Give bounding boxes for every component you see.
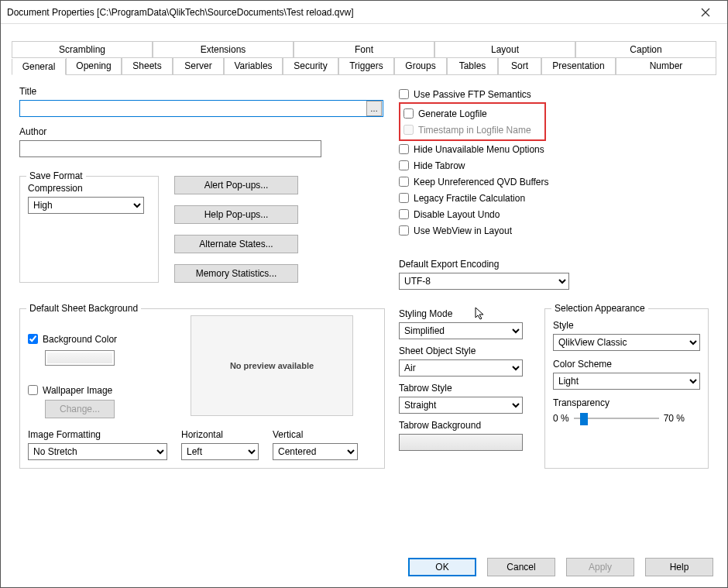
transparency-slider[interactable] xyxy=(574,411,659,425)
tab-font[interactable]: Font xyxy=(294,41,434,57)
tabrow-style-label: Tabrow Style xyxy=(399,383,531,394)
author-label: Author xyxy=(19,126,383,137)
tab-row-lower: General Opening Sheets Server Variables … xyxy=(12,58,716,75)
tab-extensions[interactable]: Extensions xyxy=(153,41,294,57)
tab-triggers[interactable]: Triggers xyxy=(338,58,394,74)
tab-number[interactable]: Number xyxy=(616,58,716,74)
tab-opening[interactable]: Opening xyxy=(66,58,122,74)
tab-server[interactable]: Server xyxy=(173,58,224,74)
check-bg-color[interactable]: Background Color xyxy=(28,331,175,347)
check-generate-logfile[interactable]: Generate Logfile xyxy=(403,105,541,122)
alternate-states-button[interactable]: Alternate States... xyxy=(174,235,298,253)
dialog-window: Document Properties [C:\ProgramData\Qlik… xyxy=(0,0,728,588)
tabrow-bg-label: Tabrow Background xyxy=(399,420,531,431)
highlight-logfile-group: Generate Logfile Timestamp in Logfile Na… xyxy=(399,102,546,141)
tab-sheets[interactable]: Sheets xyxy=(122,58,173,74)
save-format-group-label: Save Format xyxy=(26,170,86,181)
tab-variables[interactable]: Variables xyxy=(224,58,283,74)
tab-security[interactable]: Security xyxy=(283,58,338,74)
styling-mode-label: Styling Mode xyxy=(399,308,531,319)
transparency-label: Transparency xyxy=(553,397,700,408)
check-webview[interactable]: Use WebView in Layout xyxy=(399,222,709,239)
image-formatting-select[interactable]: No Stretch xyxy=(28,443,167,460)
check-hide-tabrow[interactable]: Hide Tabrow xyxy=(399,157,709,174)
title-expression-button[interactable]: … xyxy=(366,101,382,116)
sheet-object-style-select[interactable]: Air xyxy=(399,359,523,377)
alert-popups-button[interactable]: Alert Pop-ups... xyxy=(174,176,298,194)
check-disable-undo[interactable]: Disable Layout Undo xyxy=(399,206,709,222)
title-label: Title xyxy=(19,86,383,97)
tabrow-style-select[interactable]: Straight xyxy=(399,397,523,414)
horizontal-select[interactable]: Left xyxy=(181,443,259,460)
image-formatting-label: Image Formatting xyxy=(28,429,167,440)
check-hide-menu[interactable]: Hide Unavailable Menu Options xyxy=(399,141,709,157)
style-select[interactable]: QlikView Classic xyxy=(553,334,700,351)
title-input-wrapper: … xyxy=(19,100,383,117)
tab-row-upper: Scrambling Extensions Font Layout Captio… xyxy=(12,41,716,58)
check-timestamp-logfile: Timestamp in Logfile Name xyxy=(403,122,541,138)
tabrow-bg-swatch[interactable] xyxy=(399,434,523,451)
apply-button: Apply xyxy=(566,558,634,576)
window-title: Document Properties [C:\ProgramData\Qlik… xyxy=(7,7,690,18)
color-scheme-label: Color Scheme xyxy=(553,359,700,370)
compression-label: Compression xyxy=(28,183,150,194)
tab-tables[interactable]: Tables xyxy=(447,58,498,74)
check-wallpaper[interactable]: Wallpaper Image xyxy=(28,382,175,398)
change-wallpaper-button: Change... xyxy=(45,400,115,418)
close-button[interactable] xyxy=(690,2,721,23)
bg-preview: No preview available xyxy=(191,315,353,416)
check-legacy-fractile[interactable]: Legacy Fractile Calculation xyxy=(399,190,709,206)
close-icon xyxy=(701,8,710,17)
vertical-select[interactable]: Centered xyxy=(273,443,358,460)
help-popups-button[interactable]: Help Pop-ups... xyxy=(174,205,298,224)
title-input[interactable] xyxy=(20,101,366,116)
transparency-min: 0 % xyxy=(553,413,569,424)
dialog-footer: OK Cancel Apply Help xyxy=(408,558,713,576)
horizontal-label: Horizontal xyxy=(181,429,259,440)
tab-caption[interactable]: Caption xyxy=(575,41,716,57)
styling-mode-select[interactable]: Simplified xyxy=(399,322,523,339)
export-encoding-select[interactable]: UTF-8 xyxy=(399,273,569,290)
tab-groups[interactable]: Groups xyxy=(394,58,447,74)
titlebar: Document Properties [C:\ProgramData\Qlik… xyxy=(1,1,727,24)
tab-sort[interactable]: Sort xyxy=(498,58,541,74)
sheet-bg-group-label: Default Sheet Background xyxy=(26,303,141,314)
compression-select[interactable]: High xyxy=(28,197,144,214)
vertical-label: Vertical xyxy=(273,429,358,440)
tab-presentation[interactable]: Presentation xyxy=(541,58,616,74)
memory-statistics-button[interactable]: Memory Statistics... xyxy=(174,264,298,283)
help-button[interactable]: Help xyxy=(645,558,713,576)
bg-color-swatch[interactable] xyxy=(45,350,115,366)
author-input[interactable] xyxy=(19,140,321,157)
tab-general[interactable]: General xyxy=(12,59,66,75)
color-scheme-select[interactable]: Light xyxy=(553,373,700,390)
ok-button[interactable]: OK xyxy=(408,558,476,576)
tab-scrambling[interactable]: Scrambling xyxy=(12,41,153,57)
tab-layout[interactable]: Layout xyxy=(434,41,575,57)
transparency-max: 70 % xyxy=(664,413,685,424)
sheet-object-style-label: Sheet Object Style xyxy=(399,346,531,356)
check-passive-ftp[interactable]: Use Passive FTP Semantics xyxy=(399,86,709,102)
selection-appearance-group-label: Selection Appearance xyxy=(551,303,648,314)
check-keep-qvd[interactable]: Keep Unreferenced QVD Buffers xyxy=(399,174,709,190)
cancel-button[interactable]: Cancel xyxy=(487,558,555,576)
style-label: Style xyxy=(553,320,700,331)
export-encoding-label: Default Export Encoding xyxy=(399,259,709,270)
